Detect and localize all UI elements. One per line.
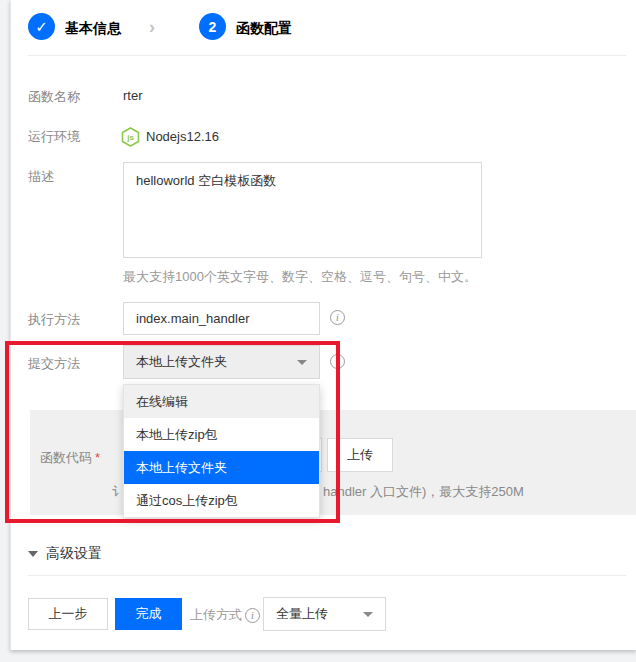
advanced-settings-toggle[interactable]: 高级设置 [28,545,102,563]
required-asterisk: * [95,450,100,465]
advanced-settings-label: 高级设置 [46,545,102,563]
content-card [10,0,636,650]
submit-method-dropdown: 在线编辑 本地上传zip包 本地上传文件夹 通过cos上传zip包 [123,384,320,518]
step1-label[interactable]: 基本信息 [65,20,121,38]
upload-mode-info-icon[interactable]: i [245,608,260,623]
header-divider [28,55,626,56]
description-label: 描述 [28,168,54,186]
footer-divider [28,575,626,576]
svg-text:js: js [126,133,134,142]
description-hint: 最大支持1000个英文字母、数字、空格、逗号、句号、中文。 [123,268,477,286]
upload-mode-label: 上传方式 i [190,606,260,624]
finish-button[interactable]: 完成 [115,598,182,630]
upload-button[interactable]: 上传 [327,438,393,472]
upload-mode-value: 全量上传 [276,605,328,623]
submit-method-select[interactable]: 本地上传文件夹 [123,345,320,379]
submit-method-value: 本地上传文件夹 [136,353,227,371]
function-name-value: rter [123,88,143,103]
code-tip-right-fragment: handler 入口文件)，最大支持250M [323,483,524,501]
dropdown-option-local-zip[interactable]: 本地上传zip包 [124,418,319,451]
dropdown-option-cos-zip[interactable]: 通过cos上传zip包 [124,484,319,517]
function-name-label: 函数名称 [28,88,80,106]
step-indicator: ✓ 基本信息 › 2 函数配置 [0,0,636,56]
nodejs-icon: js [121,127,140,147]
step2-number-circle[interactable]: 2 [199,13,226,40]
previous-step-button[interactable]: 上一步 [28,598,108,630]
step1-check-circle[interactable]: ✓ [28,13,55,40]
step-chevron-icon: › [149,17,155,38]
runtime-value: Nodejs12.16 [146,129,219,144]
function-code-label: 函数代码* [40,449,100,467]
check-icon: ✓ [35,18,48,36]
triangle-down-icon [28,551,38,557]
chevron-down-icon [297,360,307,365]
runtime-label: 运行环境 [28,128,80,146]
function-config-page: ✓ 基本信息 › 2 函数配置 函数名称 rter 运行环境 js Nodejs… [0,0,636,662]
submit-method-label: 提交方法 [28,355,80,373]
upload-mode-select[interactable]: 全量上传 [263,597,386,631]
dropdown-option-online-edit[interactable]: 在线编辑 [124,385,319,418]
dropdown-option-local-folder[interactable]: 本地上传文件夹 [124,451,319,484]
chevron-down-icon [363,612,373,617]
step2-label[interactable]: 函数配置 [236,20,292,38]
handler-label: 执行方法 [28,311,80,329]
handler-info-icon[interactable]: i [330,310,345,325]
description-textarea[interactable]: helloworld 空白模板函数 [123,162,482,258]
submit-method-info-icon[interactable]: i [330,354,345,369]
handler-input[interactable]: index.main_handler [123,302,320,335]
step2-number: 2 [209,19,217,35]
